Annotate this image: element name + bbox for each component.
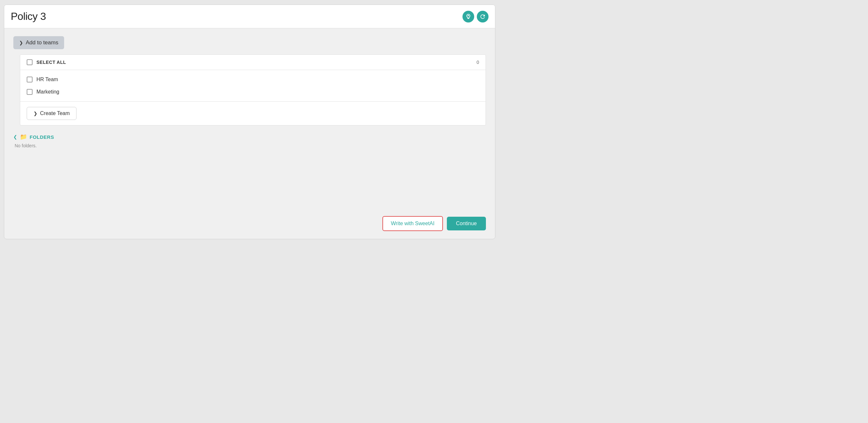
team-item-marketing: Marketing xyxy=(27,86,479,98)
folders-label: FOLDERS xyxy=(30,134,54,140)
hr-team-label: HR Team xyxy=(36,77,58,82)
no-folders-text: No folders. xyxy=(14,143,486,148)
create-team-button[interactable]: ❯ Create Team xyxy=(27,107,76,120)
marketing-checkbox[interactable] xyxy=(27,89,33,95)
bulb-icon-button[interactable] xyxy=(463,11,474,23)
refresh-icon-button[interactable] xyxy=(477,11,489,23)
policy-title-input[interactable] xyxy=(11,10,463,23)
write-sweetai-button[interactable]: Write with SweetAI xyxy=(382,216,443,231)
create-team-section: ❯ Create Team xyxy=(20,102,486,125)
marketing-label: Marketing xyxy=(36,89,59,95)
continue-button[interactable]: Continue xyxy=(447,217,486,230)
write-sweetai-label: Write with SweetAI xyxy=(391,221,434,226)
select-all-row: SELECT ALL 0 xyxy=(20,55,486,70)
hr-team-checkbox[interactable] xyxy=(27,77,33,82)
add-to-teams-label: Add to teams xyxy=(26,39,58,46)
title-icons xyxy=(463,11,489,23)
create-team-chevron-icon: ❯ xyxy=(33,111,37,116)
continue-label: Continue xyxy=(456,221,477,226)
team-item-hr: HR Team xyxy=(27,73,479,86)
folders-section: ❮ 📁 FOLDERS No folders. xyxy=(13,133,486,148)
add-to-teams-button[interactable]: ❯ Add to teams xyxy=(13,36,64,49)
content-area: ❯ Add to teams SELECT ALL 0 HR Team xyxy=(4,28,495,156)
title-section xyxy=(4,5,495,28)
team-items: HR Team Marketing xyxy=(20,70,486,102)
teams-container: SELECT ALL 0 HR Team Marketing ❯ xyxy=(20,54,486,125)
create-team-label: Create Team xyxy=(40,111,70,116)
select-all-count: 0 xyxy=(476,60,479,65)
folders-chevron-icon[interactable]: ❮ xyxy=(13,134,17,139)
folder-icon: 📁 xyxy=(20,133,27,140)
select-all-checkbox[interactable] xyxy=(27,59,33,65)
select-all-label: SELECT ALL xyxy=(36,60,66,65)
folders-header: ❮ 📁 FOLDERS xyxy=(13,133,486,140)
page-wrapper: ❯ Add to teams SELECT ALL 0 HR Team xyxy=(4,5,495,239)
bottom-actions: Write with SweetAI Continue xyxy=(382,216,486,231)
select-all-left: SELECT ALL xyxy=(27,59,66,65)
add-to-teams-chevron-icon: ❯ xyxy=(19,40,23,45)
